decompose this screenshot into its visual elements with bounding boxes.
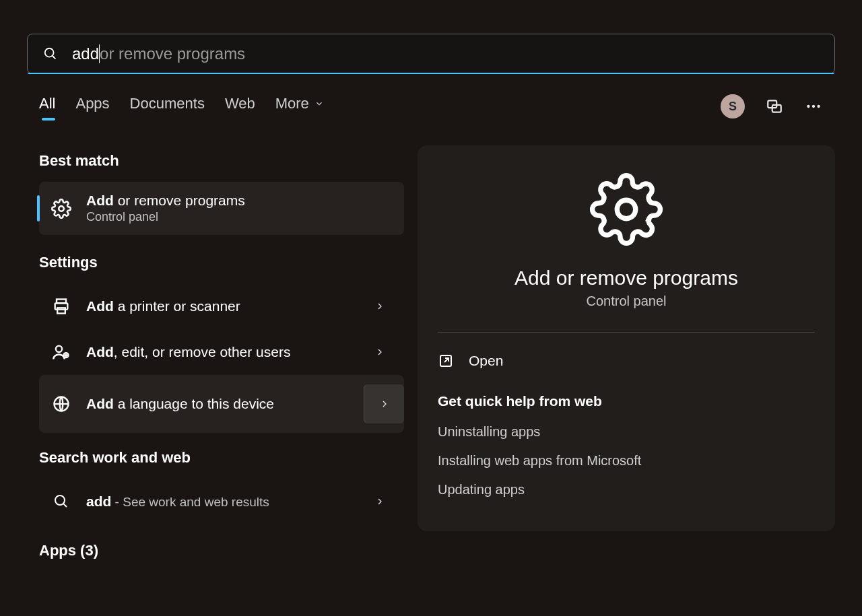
users-icon <box>50 341 73 364</box>
result-title-bold: Add <box>86 193 114 208</box>
gear-icon <box>50 197 73 220</box>
chevron-right-icon[interactable] <box>366 488 393 515</box>
tab-documents[interactable]: Documents <box>130 95 205 118</box>
open-action[interactable]: Open <box>438 349 815 373</box>
help-link-uninstalling[interactable]: Uninstalling apps <box>438 417 815 446</box>
tab-web[interactable]: Web <box>225 95 255 118</box>
chat-icon[interactable] <box>765 97 784 116</box>
chevron-right-icon[interactable] <box>364 384 404 423</box>
detail-gear-icon <box>438 172 815 246</box>
best-match-header: Best match <box>39 152 404 170</box>
result-subtitle: Control panel <box>86 210 245 224</box>
language-icon <box>50 392 73 415</box>
result-title-rest: or remove programs <box>114 193 245 208</box>
best-match-result[interactable]: Add or remove programs Control panel <box>39 182 404 235</box>
result-text: add - See work and web results <box>86 493 269 510</box>
divider <box>438 332 815 333</box>
svg-point-7 <box>59 206 64 211</box>
tab-more[interactable]: More <box>275 95 324 118</box>
settings-item-users[interactable]: Add, edit, or remove other users <box>39 329 404 375</box>
result-text: Add or remove programs Control panel <box>86 193 245 224</box>
profile-avatar[interactable]: S <box>721 94 745 118</box>
printer-icon <box>50 295 73 318</box>
settings-item-language[interactable]: Add a language to this device <box>39 375 404 433</box>
result-text: Add, edit, or remove other users <box>86 344 290 360</box>
search-icon <box>41 44 60 63</box>
tab-all[interactable]: All <box>39 95 55 118</box>
open-external-icon <box>438 353 454 369</box>
svg-point-16 <box>55 495 65 505</box>
search-web-header: Search work and web <box>39 449 404 467</box>
svg-line-17 <box>63 504 67 507</box>
search-input[interactable]: add or remove programs <box>72 44 245 63</box>
chevron-right-icon[interactable] <box>366 339 393 366</box>
search-bar[interactable]: add or remove programs <box>27 34 835 74</box>
chevron-down-icon <box>314 99 324 108</box>
detail-pane: Add or remove programs Control panel Ope… <box>418 145 835 531</box>
filter-tabs: All Apps Documents Web More S <box>27 94 835 118</box>
search-typed-text: add <box>72 44 99 63</box>
result-text: Add a language to this device <box>86 396 274 412</box>
svg-point-5 <box>812 105 815 108</box>
search-ghost-text: or remove programs <box>100 44 245 63</box>
chevron-right-icon[interactable] <box>366 293 393 320</box>
settings-item-printer[interactable]: Add a printer or scanner <box>39 283 404 329</box>
more-options-icon[interactable] <box>804 97 823 116</box>
open-label: Open <box>469 353 503 369</box>
result-text: Add a printer or scanner <box>86 298 240 314</box>
settings-header: Settings <box>39 254 404 271</box>
svg-point-6 <box>817 105 820 108</box>
tab-more-label: More <box>275 95 309 112</box>
help-link-installing-web[interactable]: Installing web apps from Microsoft <box>438 446 815 475</box>
svg-line-1 <box>53 56 56 59</box>
detail-subtitle: Control panel <box>438 294 815 309</box>
svg-point-11 <box>56 346 62 352</box>
svg-point-0 <box>45 48 54 57</box>
svg-point-18 <box>617 200 636 219</box>
apps-header: Apps (3) <box>39 542 404 559</box>
tab-apps[interactable]: Apps <box>75 95 109 118</box>
help-header: Get quick help from web <box>438 393 815 409</box>
help-link-updating[interactable]: Updating apps <box>438 475 815 504</box>
svg-point-4 <box>807 105 809 108</box>
detail-title: Add or remove programs <box>438 267 815 289</box>
search-icon <box>50 490 73 513</box>
web-search-item[interactable]: add - See work and web results <box>39 479 404 524</box>
